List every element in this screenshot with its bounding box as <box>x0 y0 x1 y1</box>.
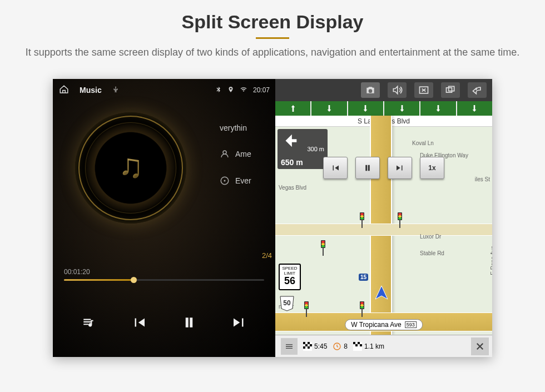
traffic-light-icon <box>397 212 403 228</box>
device-frame: Music 20:07 ♫ verythin Ame <box>53 79 492 357</box>
svg-rect-16 <box>358 342 360 344</box>
album-row: Ever <box>220 176 251 186</box>
lane-arrow-down-icon <box>434 104 443 113</box>
traffic-light-icon <box>359 212 365 228</box>
playlist-button[interactable] <box>77 310 101 335</box>
map-media-overlay: 1x <box>323 157 444 179</box>
svg-rect-10 <box>310 344 312 346</box>
street-label: Vegas Blvd <box>279 185 306 191</box>
checkered-flag-icon <box>353 342 362 351</box>
street-label: iles St <box>475 176 490 182</box>
street-label: Luxor Dr <box>420 234 441 240</box>
turn-distance-primary: 650 m <box>281 158 303 167</box>
current-street-name: W Tropicana Ave <box>351 321 402 329</box>
current-street-pill: W Tropicana Ave 593 <box>345 319 423 330</box>
nav-bottom-bar: 5:45 8 1.1 km <box>275 335 492 357</box>
street-label: Koval Ln <box>412 140 434 146</box>
progress-bar[interactable] <box>64 279 264 281</box>
music-top-bar: Music 20:07 <box>53 79 275 101</box>
nav-menu-button[interactable] <box>281 338 298 355</box>
album-name: Ever <box>235 176 251 185</box>
system-bar <box>275 79 492 101</box>
traffic-light-icon <box>320 240 326 256</box>
usb-icon[interactable] <box>112 86 120 95</box>
svg-point-1 <box>224 180 226 182</box>
bluetooth-icon <box>215 86 222 95</box>
close-app-button[interactable] <box>414 82 433 98</box>
current-street-tag: 593 <box>405 321 417 328</box>
lane-arrow-icon <box>289 104 298 113</box>
clock-icon <box>333 342 341 351</box>
prev-track-button[interactable] <box>127 310 151 335</box>
wifi-icon <box>240 86 247 95</box>
artist-row: Ame <box>220 149 251 159</box>
speed-limit-value: 56 <box>280 276 300 286</box>
street-label: E Reno Ave <box>490 246 492 275</box>
track-title-row: verythin <box>220 123 251 132</box>
svg-text:50: 50 <box>283 299 291 307</box>
distance-group: 1.1 km <box>353 342 384 351</box>
page-title: Split Screen Display <box>0 11 545 33</box>
pause-button[interactable] <box>177 310 201 335</box>
next-track-button[interactable] <box>227 310 251 335</box>
screenshot-button[interactable] <box>361 82 380 98</box>
eta-group: 5:45 <box>303 342 327 351</box>
checkered-flag-icon <box>303 342 312 351</box>
road-cross-1 <box>275 224 492 236</box>
interstate-shield: 15 <box>359 274 368 281</box>
home-icon[interactable] <box>58 85 70 96</box>
title-underline <box>256 37 289 39</box>
nav-close-button[interactable] <box>471 338 489 355</box>
turn-instruction-box: 300 m 650 m <box>278 129 328 169</box>
street-label: Stable Rd <box>420 250 444 256</box>
lane-arrow-down-icon <box>325 104 334 113</box>
speed-limit-label: SPEED LIMIT <box>280 266 300 276</box>
overlay-prev-button[interactable] <box>323 157 348 179</box>
turn-distance-secondary: 300 m <box>307 146 324 152</box>
traffic-light-icon <box>359 301 365 317</box>
svg-rect-15 <box>353 342 355 344</box>
music-pane: Music 20:07 ♫ verythin Ame <box>53 79 275 357</box>
svg-rect-17 <box>355 344 358 346</box>
traffic-light-icon <box>303 301 310 317</box>
current-position-icon <box>373 285 390 301</box>
volume-button[interactable] <box>388 82 407 98</box>
info-value: 8 <box>344 343 348 350</box>
location-icon <box>227 86 234 95</box>
album-art-ring: ♫ <box>75 112 186 224</box>
eta-value: 5:45 <box>314 343 327 350</box>
svg-rect-8 <box>308 342 310 344</box>
person-icon <box>220 149 230 159</box>
distance-value: 1.1 km <box>364 343 384 350</box>
svg-rect-9 <box>305 344 308 346</box>
elapsed-time: 00:01:20 <box>64 268 90 276</box>
overlay-speed-button[interactable]: 1x <box>420 157 444 179</box>
turn-left-icon <box>281 145 300 151</box>
svg-rect-18 <box>360 344 362 346</box>
lane-arrow-down-icon <box>361 104 370 113</box>
navigation-pane[interactable]: S Las Vegas Blvd 300 m 650 m Koval Ln Du… <box>275 101 492 357</box>
info-group: 8 <box>333 342 348 351</box>
lane-arrow-down-icon <box>398 104 407 113</box>
music-note-icon: ♫ <box>118 147 143 185</box>
status-time: 20:07 <box>253 86 270 94</box>
svg-rect-7 <box>303 342 305 344</box>
lane-arrow-down-icon <box>470 104 479 113</box>
multitask-button[interactable] <box>441 82 460 98</box>
svg-rect-12 <box>308 346 310 349</box>
music-app-label: Music <box>80 86 102 95</box>
track-title: verythin <box>220 123 247 132</box>
overlay-next-button[interactable] <box>388 157 412 179</box>
lane-guidance-bar <box>275 101 492 116</box>
route-shield: 50 <box>279 295 295 311</box>
svg-rect-11 <box>303 346 305 349</box>
disc-icon <box>220 176 230 186</box>
artist-name: Ame <box>235 150 251 158</box>
progress-fill <box>64 279 134 281</box>
overlay-pause-button[interactable] <box>355 157 380 179</box>
track-index: 2/4 <box>262 251 272 260</box>
back-button[interactable] <box>468 82 487 98</box>
speed-limit-sign: SPEED LIMIT 56 <box>279 264 301 290</box>
page-subtitle: It supports the same screen display of t… <box>22 46 523 59</box>
